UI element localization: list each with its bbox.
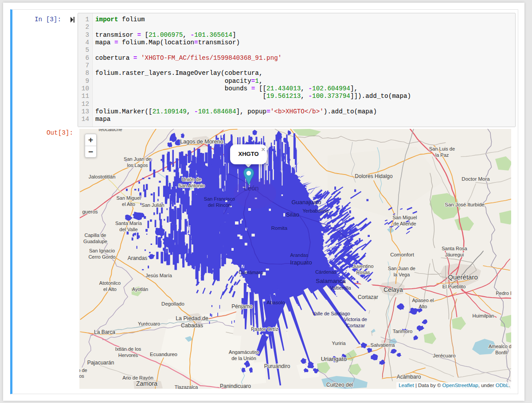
svg-text:Doctor Mora: Doctor Mora (462, 176, 490, 182)
svg-text:del Valle: del Valle (119, 227, 137, 232)
svg-text:Valtierrilla: Valtierrilla (330, 285, 351, 291)
svg-text:del Rincón: del Rincón (208, 202, 231, 208)
svg-text:Pastor Ortíz: Pastor Ortíz (251, 326, 278, 332)
svg-text:Romita: Romita (271, 225, 288, 231)
svg-text:Silao: Silao (286, 211, 299, 218)
svg-text:Cerro Gordo: Cerro Gordo (88, 254, 115, 260)
svg-text:de la Unión: de la Unión (231, 356, 256, 361)
svg-text:gueros: gueros (82, 209, 98, 214)
svg-text:Celaya: Celaya (383, 286, 403, 293)
svg-text:Teocaltiche: Teocaltiche (98, 129, 122, 132)
svg-text:Degollado: Degollado (161, 301, 184, 306)
svg-text:Yerbabuena: Yerbabuena (303, 208, 329, 213)
svg-text:Tlazazalca: Tlazazalca (175, 384, 198, 389)
svg-text:Pedro Escob: Pedro Escob (496, 291, 511, 296)
svg-text:Hervores: Hervores (118, 353, 138, 358)
svg-text:Pajacuarán: Pajacuarán (87, 360, 114, 366)
svg-text:San Miguel: San Miguel (392, 215, 417, 220)
svg-text:Puruándiro: Puruándiro (264, 363, 290, 369)
svg-text:Capilla de: Capilla de (85, 232, 106, 238)
svg-text:Cortazar: Cortazar (358, 294, 378, 300)
svg-text:Salamanca: Salamanca (316, 278, 346, 284)
svg-text:Rosas: Rosas (356, 270, 370, 275)
svg-text:Santa Rosa: Santa Rosa (442, 246, 467, 251)
svg-text:Irapuato: Irapuato (290, 259, 312, 266)
svg-text:Uriangato: Uriangato (321, 356, 347, 362)
svg-text:la Paz: la Paz (435, 152, 449, 158)
svg-text:San Miguel: San Miguel (116, 195, 141, 201)
svg-text:Zamora: Zamora (136, 380, 157, 387)
svg-text:La Barca: La Barca (94, 329, 115, 335)
svg-text:Arandas: Arandas (290, 252, 309, 258)
svg-text:Amealco de: Amealco de (489, 344, 511, 349)
svg-text:Huimilpan: Huimilpan (473, 313, 494, 318)
svg-text:Salvatierra: Salvatierra (371, 342, 395, 348)
svg-text:Jesús María: Jesús María (145, 273, 172, 278)
svg-text:Abasolo: Abasolo (266, 300, 285, 305)
svg-text:de Allende: de Allende (393, 221, 416, 226)
svg-text:Querétaro: Querétaro (448, 273, 478, 281)
svg-text:Valle de Santiago: Valle de Santiago (312, 311, 350, 316)
svg-text:Bonfil: Bonfil (495, 350, 508, 355)
svg-text:Jalostotitlán: Jalostotitlán (89, 174, 116, 179)
svg-text:Cárdenas: Cárdenas (315, 269, 336, 275)
svg-text:San Luis de: San Luis de (429, 146, 455, 151)
svg-text:Angamácutiro: Angamácutiro (229, 349, 259, 355)
svg-text:Cortazar: Cortazar (346, 323, 365, 328)
svg-text:os: os (79, 373, 84, 379)
svg-text:Jáuregui: Jáuregui (445, 252, 464, 257)
svg-text:La Piedad de: La Piedad de (176, 315, 208, 322)
svg-text:Guadalupe: Guadalupe (83, 239, 107, 244)
svg-text:El Pueblito: El Pueblito (442, 284, 466, 289)
svg-text:Pénjamo: Pénjamo (231, 303, 253, 310)
svg-text:San Juan de: San Juan de (388, 266, 415, 271)
svg-text:San Julián: San Julián (141, 202, 164, 208)
svg-text:Jerécuaro: Jerécuaro (433, 353, 455, 358)
svg-text:o de: o de (79, 368, 87, 373)
svg-text:Acámbaro: Acámbaro (397, 374, 421, 380)
svg-text:Alto: Alto (419, 304, 427, 309)
svg-text:Santa María: Santa María (115, 221, 142, 226)
svg-text:Guanajuato: Guanajuato (291, 199, 321, 205)
svg-text:Cuitzeo del: Cuitzeo del (326, 382, 353, 388)
svg-text:San Ignacio: San Ignacio (89, 248, 115, 253)
svg-text:la Vega: la Vega (394, 272, 411, 277)
svg-text:Victoria de: Victoria de (344, 317, 367, 322)
svg-text:Cuerámaro: Cuerámaro (239, 270, 263, 275)
svg-text:Ayotlán: Ayotlán (132, 287, 149, 292)
svg-text:Unión de: Unión de (182, 177, 201, 182)
svg-text:Panindicuaro: Panindicuaro (220, 383, 251, 389)
svg-text:Juventino: Juventino (352, 264, 373, 269)
svg-text:Comonfort: Comonfort (390, 252, 414, 257)
svg-text:Atotonilco: Atotonilco (99, 280, 121, 286)
svg-text:San Francisco: San Francisco (204, 196, 235, 202)
svg-text:San Juan de: San Juan de (124, 156, 151, 162)
svg-text:Lagos de Moreno: Lagos de Moreno (180, 139, 223, 145)
svg-text:Apaseo el: Apaseo el (412, 298, 434, 303)
svg-text:Ixtlán de los: Ixtlán de los (115, 346, 141, 352)
svg-text:Ecuandureo: Ecuandureo (150, 352, 177, 357)
svg-text:los Lagos: los Lagos (127, 163, 148, 168)
svg-text:San José Iturbide: San José Iturbide (445, 202, 485, 207)
svg-text:Yuriria: Yuriria (332, 341, 346, 346)
svg-text:Arandas: Arandas (128, 255, 148, 261)
svg-text:San Antonio: San Antonio (178, 183, 204, 188)
svg-text:Tarimoro: Tarimoro (393, 329, 413, 334)
svg-text:Yurécuaro: Yurécuaro (138, 321, 160, 326)
svg-text:Dolores Hidalgo: Dolores Hidalgo (355, 173, 393, 179)
svg-text:Cabadas: Cabadas (181, 322, 203, 329)
svg-text:el Alto: el Alto (103, 287, 117, 292)
svg-text:el Alto: el Alto (122, 202, 135, 207)
